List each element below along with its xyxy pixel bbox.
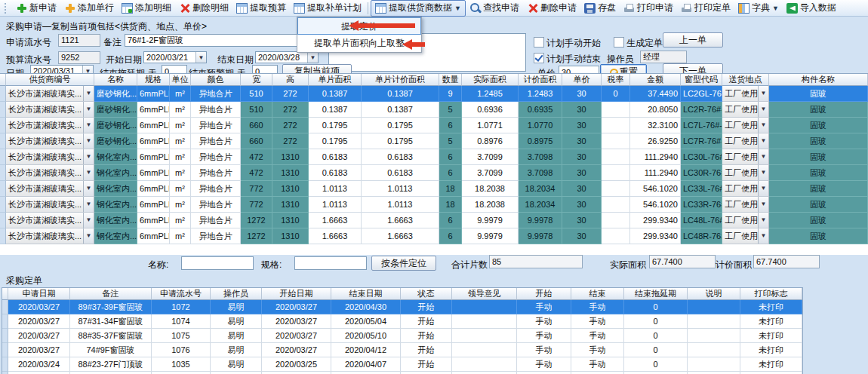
column-header[interactable]: 开始 xyxy=(517,288,571,300)
column-header[interactable]: 结束日期 xyxy=(331,288,401,300)
toolbar-print-order[interactable]: 打印定单 xyxy=(677,1,734,16)
cell: 30 xyxy=(562,133,602,149)
combo-value: 工厂使用 xyxy=(722,228,758,244)
table-row[interactable]: 长沙市潇湘玻璃实...▼钢化室内...6mmPLE...m²异地合片772131… xyxy=(0,197,868,213)
combo-cell[interactable]: 长沙市潇湘玻璃实...▼ xyxy=(6,181,94,197)
column-header[interactable]: 税率 xyxy=(602,74,630,86)
table-row[interactable]: 2020/03/2488#23-27F门顶玻1035易明2020/03/2520… xyxy=(2,357,802,372)
combo-cell[interactable]: 工厂使用▼ xyxy=(722,165,769,181)
toolbar-add-single-row[interactable]: 添加单行 xyxy=(60,1,118,16)
column-header[interactable]: 数量 xyxy=(439,74,462,86)
column-header[interactable]: 申请日期 xyxy=(8,288,70,300)
combo-cell[interactable]: 工厂使用▼ xyxy=(722,181,769,197)
combo-cell[interactable]: 长沙市潇湘玻璃实...▼ xyxy=(6,102,94,118)
toolbar-extract-supplier-data[interactable]: 提取供货商数据▼ xyxy=(371,0,466,17)
column-header[interactable]: 操作员 xyxy=(211,288,262,300)
column-header[interactable]: 申请流水号 xyxy=(152,288,211,300)
column-header[interactable]: 宽 xyxy=(241,74,272,86)
plan-manual-start-checkbox[interactable] xyxy=(534,37,544,48)
table-row[interactable]: 长沙市潇湘玻璃实...▼磨砂钢化...6mmPLE...m²异地合片660272… xyxy=(0,133,868,149)
combo-cell[interactable]: 长沙市潇湘玻璃实...▼ xyxy=(6,86,94,102)
combo-cell[interactable]: 工厂使用▼ xyxy=(722,133,769,149)
column-header[interactable]: 单片计价面积 xyxy=(362,74,439,86)
combo-cell[interactable]: 工厂使用▼ xyxy=(722,149,769,165)
end-date-combo[interactable]: 2020/03/28▼ xyxy=(255,51,319,63)
column-header[interactable]: 实际面积 xyxy=(462,74,519,86)
combo-cell[interactable]: 长沙市潇湘玻璃实...▼ xyxy=(6,165,94,181)
start-date-combo[interactable]: 2020/03/21▼ xyxy=(143,51,207,63)
spec-filter-input[interactable] xyxy=(294,256,367,270)
column-header[interactable]: 备注 xyxy=(70,288,152,300)
toolbar-find-application[interactable]: 查找申请 xyxy=(466,1,523,16)
table-row[interactable]: 2020/03/2774#9F窗固玻1076易明2020/03/272020/0… xyxy=(2,343,802,357)
combo-cell[interactable]: 长沙市潇湘玻璃实...▼ xyxy=(6,133,94,149)
table-row[interactable]: 长沙市潇湘玻璃实...▼磨砂钢化...6mmPLE...m²异地合片660272… xyxy=(0,118,868,133)
combo-cell[interactable]: 长沙市潇湘玻璃实...▼ xyxy=(6,149,94,165)
toolbar-import-data[interactable]: 导入数据 xyxy=(783,1,840,16)
toolbar-dictionary[interactable]: 字典▼ xyxy=(734,1,783,16)
operator-field[interactable]: 经理 xyxy=(640,51,687,63)
combo-cell[interactable]: 工厂使用▼ xyxy=(722,86,769,102)
table-row[interactable]: 2020/03/2789#37-39F窗固玻1072易明2020/03/2720… xyxy=(2,300,802,314)
column-header[interactable]: 颜色 xyxy=(191,74,241,86)
table-row[interactable]: 长沙市潇湘玻璃实...▼钢化室内...6mmPLE...m²异地合片772131… xyxy=(0,181,868,197)
column-header[interactable]: 领导意见 xyxy=(452,288,517,300)
column-header[interactable]: 高 xyxy=(272,74,309,86)
column-header[interactable]: 开始日期 xyxy=(262,288,331,300)
generate-order-checkbox[interactable] xyxy=(614,37,624,48)
column-header[interactable]: 状态 xyxy=(401,288,452,300)
column-header[interactable]: 单价 xyxy=(562,74,602,86)
column-header[interactable]: 说明 xyxy=(688,288,740,300)
column-header[interactable]: 结束 xyxy=(571,288,624,300)
cell: 异地合片 xyxy=(191,181,241,197)
toolbar-extract-supplement-plan[interactable]: 提取补单计划 xyxy=(290,1,365,16)
cell: 2020/03/25 xyxy=(262,357,331,372)
table-row[interactable]: 长沙市潇湘玻璃实...▼磨砂钢化...6mmPLE...m²异地合片510272… xyxy=(0,86,868,102)
request-no-field[interactable]: 1121 xyxy=(58,34,100,47)
table-row[interactable]: 长沙市潇湘玻璃实...▼钢化室内...6mmPLE...m²异地合片127213… xyxy=(0,213,868,228)
combo-cell[interactable]: 长沙市潇湘玻璃实...▼ xyxy=(6,197,94,213)
remark-input[interactable] xyxy=(125,34,325,47)
table-row[interactable]: 长沙市潇湘玻璃实...▼钢化室内...6mmPLE...m²异地合片472131… xyxy=(0,149,868,165)
column-header[interactable]: 金额 xyxy=(630,74,681,86)
column-header[interactable]: 计价面积 xyxy=(519,74,562,86)
column-header[interactable]: 打印标志 xyxy=(740,288,802,300)
combo-cell[interactable]: 工厂使用▼ xyxy=(722,197,769,213)
combo-cell[interactable]: 工厂使用▼ xyxy=(722,102,769,118)
combo-cell[interactable]: 工厂使用▼ xyxy=(722,228,769,244)
column-header[interactable]: 结束拖延期 xyxy=(624,288,688,300)
column-header[interactable]: 单片面积 xyxy=(309,74,362,86)
toolbar-new-application[interactable]: 新申请 xyxy=(12,1,60,16)
prev-order-button[interactable]: 上一单 xyxy=(663,32,723,48)
combo-cell[interactable]: 长沙市潇湘玻璃实...▼ xyxy=(6,118,94,133)
table-row[interactable]: 2020/03/2788#35-37F窗固玻1075易明2020/03/2720… xyxy=(2,329,802,343)
combo-cell[interactable]: 长沙市潇湘玻璃实...▼ xyxy=(6,213,94,228)
combo-cell[interactable]: 工厂使用▼ xyxy=(722,213,769,228)
column-header[interactable]: 名称 xyxy=(94,74,137,86)
column-header[interactable]: 送货地点 xyxy=(722,74,769,86)
cell: 2020/03/27 xyxy=(8,314,70,329)
column-header[interactable]: 规格 xyxy=(137,74,170,86)
column-header[interactable]: 单位 xyxy=(170,74,191,86)
column-header[interactable]: 构件名称 xyxy=(769,74,868,86)
table-row[interactable]: 2020/03/2787#31-34F窗固玻1074易明2020/03/2720… xyxy=(2,314,802,329)
toolbar-save[interactable]: 存盘 xyxy=(580,1,620,16)
combo-cell[interactable]: 长沙市潇湘玻璃实...▼ xyxy=(6,228,94,244)
orders-section-title: 采购定单 xyxy=(6,274,42,287)
plan-manual-end-checkbox[interactable] xyxy=(534,53,544,63)
name-filter-input[interactable] xyxy=(181,256,254,270)
locate-button[interactable]: 按条件定位 xyxy=(371,256,436,271)
table-row[interactable]: 长沙市潇湘玻璃实...▼钢化室内...6mmPLE...m²异地合片472131… xyxy=(0,165,868,181)
table-row[interactable]: 长沙市潇湘玻璃实...▼钢化室内...6mmPLE...m²异地合片127213… xyxy=(0,228,868,244)
toolbar-add-detail[interactable]: 添加明细 xyxy=(118,1,175,16)
combo-cell[interactable]: 工厂使用▼ xyxy=(722,118,769,133)
toolbar-delete-application[interactable]: 删除申请 xyxy=(523,1,580,16)
cell xyxy=(688,329,740,343)
toolbar-print-application[interactable]: 打印申请 xyxy=(620,1,677,16)
table-row[interactable]: 长沙市潇湘玻璃实...▼磨砂钢化...6mmPLE...m²异地合片510272… xyxy=(0,102,868,118)
column-header[interactable]: 窗型代码 xyxy=(681,74,722,86)
budget-no-field[interactable]: 9252 xyxy=(58,51,100,64)
toolbar-extract-budget[interactable]: 提取预算 xyxy=(232,1,290,16)
column-header[interactable]: 供货商编号 xyxy=(6,74,94,86)
toolbar-delete-detail[interactable]: 删除明细 xyxy=(175,1,232,16)
